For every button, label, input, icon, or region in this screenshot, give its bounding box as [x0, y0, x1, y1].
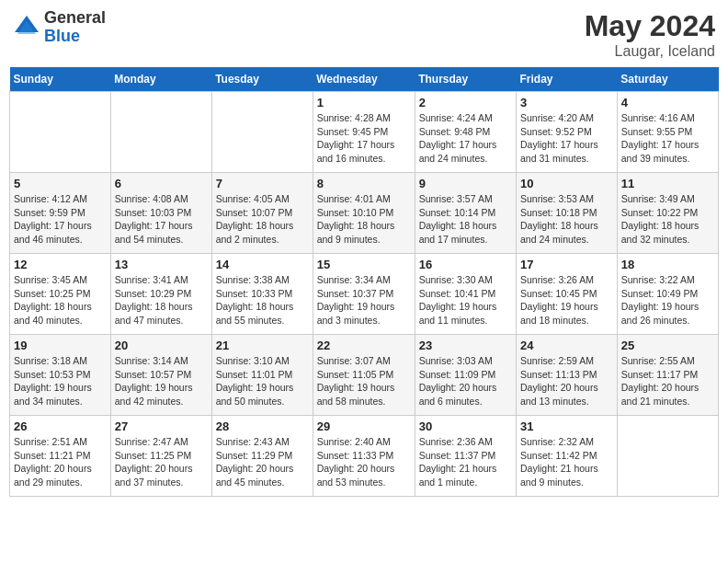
day-info: Sunrise: 3:53 AM Sunset: 10:18 PM Daylig…	[520, 192, 613, 247]
day-number: 16	[419, 258, 512, 271]
day-info: Sunrise: 3:14 AM Sunset: 10:57 PM Daylig…	[115, 354, 208, 408]
calendar-cell	[10, 92, 111, 173]
calendar-cell: 4Sunrise: 4:16 AM Sunset: 9:55 PM Daylig…	[617, 92, 718, 173]
calendar-cell: 13Sunrise: 3:41 AM Sunset: 10:29 PM Dayl…	[110, 254, 211, 335]
calendar-cell: 18Sunrise: 3:22 AM Sunset: 10:49 PM Dayl…	[617, 254, 718, 335]
day-number: 28	[216, 419, 309, 433]
calendar-header: SundayMondayTuesdayWednesdayThursdayFrid…	[10, 67, 719, 92]
day-number: 4	[621, 96, 714, 109]
calendar-body: 1Sunrise: 4:28 AM Sunset: 9:45 PM Daylig…	[10, 92, 719, 497]
day-number: 3	[520, 96, 613, 109]
title-block: May 2024 Laugar, Iceland	[585, 9, 715, 60]
calendar-cell: 1Sunrise: 4:28 AM Sunset: 9:45 PM Daylig…	[313, 92, 415, 173]
calendar-cell: 6Sunrise: 4:08 AM Sunset: 10:03 PM Dayli…	[110, 173, 211, 254]
weekday-header-monday: Monday	[110, 67, 211, 92]
header-row: SundayMondayTuesdayWednesdayThursdayFrid…	[10, 67, 719, 92]
calendar-cell: 3Sunrise: 4:20 AM Sunset: 9:52 PM Daylig…	[517, 92, 618, 173]
day-info: Sunrise: 3:07 AM Sunset: 11:05 PM Daylig…	[317, 354, 411, 408]
day-info: Sunrise: 4:16 AM Sunset: 9:55 PM Dayligh…	[621, 111, 714, 166]
day-number: 23	[419, 339, 512, 352]
weekday-header-thursday: Thursday	[415, 67, 516, 92]
calendar-cell: 9Sunrise: 3:57 AM Sunset: 10:14 PM Dayli…	[415, 173, 516, 254]
day-number: 17	[520, 258, 613, 271]
calendar-week-1: 1Sunrise: 4:28 AM Sunset: 9:45 PM Daylig…	[10, 92, 719, 173]
day-info: Sunrise: 2:43 AM Sunset: 11:29 PM Daylig…	[216, 435, 309, 489]
month-year-title: May 2024	[585, 9, 715, 43]
weekday-header-wednesday: Wednesday	[313, 67, 415, 92]
day-info: Sunrise: 3:49 AM Sunset: 10:22 PM Daylig…	[621, 192, 714, 247]
calendar-cell: 20Sunrise: 3:14 AM Sunset: 10:57 PM Dayl…	[110, 335, 211, 416]
logo-blue-text: Blue	[44, 28, 106, 46]
day-number: 13	[115, 258, 208, 271]
logo-general-text: General	[44, 9, 106, 28]
day-info: Sunrise: 3:41 AM Sunset: 10:29 PM Daylig…	[115, 273, 208, 327]
day-number: 5	[14, 177, 107, 190]
day-number: 19	[14, 339, 107, 352]
calendar-cell: 27Sunrise: 2:47 AM Sunset: 11:25 PM Dayl…	[110, 416, 211, 497]
day-info: Sunrise: 3:34 AM Sunset: 10:37 PM Daylig…	[317, 273, 411, 327]
day-info: Sunrise: 4:05 AM Sunset: 10:07 PM Daylig…	[216, 192, 309, 247]
calendar-week-3: 12Sunrise: 3:45 AM Sunset: 10:25 PM Dayl…	[10, 254, 719, 335]
calendar-cell: 17Sunrise: 3:26 AM Sunset: 10:45 PM Dayl…	[517, 254, 618, 335]
day-number: 8	[317, 177, 411, 190]
day-info: Sunrise: 4:08 AM Sunset: 10:03 PM Daylig…	[115, 192, 208, 247]
day-number: 22	[317, 339, 411, 352]
day-info: Sunrise: 4:01 AM Sunset: 10:10 PM Daylig…	[317, 192, 411, 247]
day-info: Sunrise: 2:47 AM Sunset: 11:25 PM Daylig…	[115, 435, 208, 489]
calendar-cell: 15Sunrise: 3:34 AM Sunset: 10:37 PM Dayl…	[313, 254, 415, 335]
day-info: Sunrise: 2:55 AM Sunset: 11:17 PM Daylig…	[621, 354, 714, 408]
weekday-header-saturday: Saturday	[617, 67, 718, 92]
calendar-cell: 21Sunrise: 3:10 AM Sunset: 11:01 PM Dayl…	[211, 335, 313, 416]
day-number: 20	[115, 339, 208, 352]
day-info: Sunrise: 3:57 AM Sunset: 10:14 PM Daylig…	[419, 192, 512, 247]
logo: General Blue	[13, 9, 106, 46]
logo-text: General Blue	[44, 9, 106, 46]
day-info: Sunrise: 4:12 AM Sunset: 9:59 PM Dayligh…	[14, 192, 107, 247]
day-number: 7	[216, 177, 309, 190]
calendar-week-2: 5Sunrise: 4:12 AM Sunset: 9:59 PM Daylig…	[10, 173, 719, 254]
calendar-cell: 28Sunrise: 2:43 AM Sunset: 11:29 PM Dayl…	[211, 416, 313, 497]
day-info: Sunrise: 4:28 AM Sunset: 9:45 PM Dayligh…	[317, 111, 411, 166]
calendar-cell: 25Sunrise: 2:55 AM Sunset: 11:17 PM Dayl…	[617, 335, 718, 416]
day-number: 31	[520, 419, 613, 433]
day-number: 18	[621, 258, 714, 271]
calendar-cell	[110, 92, 211, 173]
calendar-week-5: 26Sunrise: 2:51 AM Sunset: 11:21 PM Dayl…	[10, 416, 719, 497]
day-info: Sunrise: 3:22 AM Sunset: 10:49 PM Daylig…	[621, 273, 714, 327]
calendar-cell: 5Sunrise: 4:12 AM Sunset: 9:59 PM Daylig…	[10, 173, 111, 254]
day-number: 30	[419, 419, 512, 433]
day-info: Sunrise: 2:51 AM Sunset: 11:21 PM Daylig…	[14, 435, 107, 489]
calendar-cell: 26Sunrise: 2:51 AM Sunset: 11:21 PM Dayl…	[10, 416, 111, 497]
calendar-cell: 19Sunrise: 3:18 AM Sunset: 10:53 PM Dayl…	[10, 335, 111, 416]
calendar-cell: 29Sunrise: 2:40 AM Sunset: 11:33 PM Dayl…	[313, 416, 415, 497]
calendar-cell: 23Sunrise: 3:03 AM Sunset: 11:09 PM Dayl…	[415, 335, 516, 416]
day-number: 24	[520, 339, 613, 352]
location-subtitle: Laugar, Iceland	[585, 43, 715, 60]
day-number: 14	[216, 258, 309, 271]
day-number: 27	[115, 419, 208, 433]
calendar-cell	[211, 92, 313, 173]
day-number: 21	[216, 339, 309, 352]
day-info: Sunrise: 4:20 AM Sunset: 9:52 PM Dayligh…	[520, 111, 613, 166]
day-info: Sunrise: 3:38 AM Sunset: 10:33 PM Daylig…	[216, 273, 309, 327]
day-number: 15	[317, 258, 411, 271]
day-info: Sunrise: 3:30 AM Sunset: 10:41 PM Daylig…	[419, 273, 512, 327]
day-number: 11	[621, 177, 714, 190]
day-number: 12	[14, 258, 107, 271]
day-number: 26	[14, 419, 107, 433]
day-number: 25	[621, 339, 714, 352]
calendar-cell: 7Sunrise: 4:05 AM Sunset: 10:07 PM Dayli…	[211, 173, 313, 254]
day-info: Sunrise: 3:03 AM Sunset: 11:09 PM Daylig…	[419, 354, 512, 408]
calendar-cell: 12Sunrise: 3:45 AM Sunset: 10:25 PM Dayl…	[10, 254, 111, 335]
calendar-cell: 31Sunrise: 2:32 AM Sunset: 11:42 PM Dayl…	[517, 416, 618, 497]
calendar-cell	[617, 416, 718, 497]
day-number: 2	[419, 96, 512, 109]
logo-icon	[13, 14, 40, 41]
calendar-cell: 14Sunrise: 3:38 AM Sunset: 10:33 PM Dayl…	[211, 254, 313, 335]
calendar-cell: 24Sunrise: 2:59 AM Sunset: 11:13 PM Dayl…	[517, 335, 618, 416]
day-info: Sunrise: 2:40 AM Sunset: 11:33 PM Daylig…	[317, 435, 411, 489]
day-info: Sunrise: 3:10 AM Sunset: 11:01 PM Daylig…	[216, 354, 309, 408]
day-info: Sunrise: 4:24 AM Sunset: 9:48 PM Dayligh…	[419, 111, 512, 166]
day-number: 1	[317, 96, 411, 109]
day-number: 29	[317, 419, 411, 433]
